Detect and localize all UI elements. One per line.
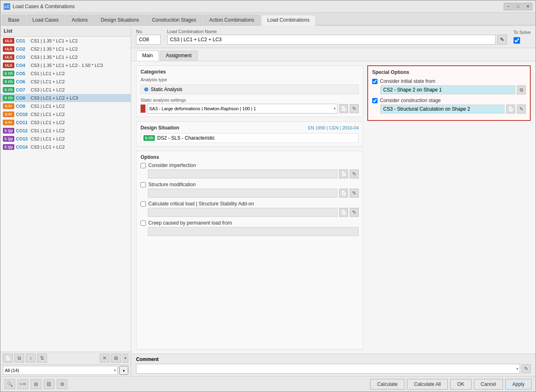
list-item[interactable]: S Qp CO14 CS3 | LC1 + LC2 [0, 143, 131, 151]
tab-load-combinations[interactable]: Load Combinations [261, 15, 315, 26]
structure-mod-checkbox[interactable] [141, 182, 146, 187]
tab-base[interactable]: Base [2, 15, 25, 25]
settings-new-button[interactable]: 📄 [339, 104, 348, 113]
critical-load-input [148, 208, 337, 217]
list-item[interactable]: S Ch CO6 CS2 | LC1 + LC2 [0, 78, 131, 86]
list-item[interactable]: S Qp CO13 CS2 | LC1 + LC2 [0, 135, 131, 143]
list-item[interactable]: S Fr CO9 CS1 | LC1 + LC2 [0, 102, 131, 110]
item-no: CO1 [16, 38, 28, 43]
badge-sop: S Qp [3, 136, 14, 142]
filter-select[interactable]: All (14) [3, 366, 118, 375]
settings-edit-button[interactable]: ✎ [350, 104, 359, 113]
dropdown-view-button[interactable]: ▼ [123, 354, 128, 363]
tab-assignment[interactable]: Assignment [160, 51, 198, 61]
minimize-button[interactable]: ─ [504, 3, 513, 10]
sort-button[interactable]: ↕ [26, 354, 36, 363]
list-item[interactable]: S Ch CO5 CS1 | LC1 + LC2 [0, 69, 131, 78]
item-no: CO3 [16, 55, 28, 60]
chevron-down-icon: ▼ [122, 369, 125, 373]
tab-action-combinations[interactable]: Action Combinations [203, 15, 260, 25]
list-item[interactable]: S Ch CO7 CS3 | LC1 + LC2 [0, 86, 131, 94]
close-button[interactable]: ✕ [523, 3, 532, 10]
list-item[interactable]: ULS CO3 CS3 | 1.35 * LC1 + LC2 [0, 53, 131, 61]
critical-load-edit-btn[interactable]: ✎ [350, 208, 359, 217]
delete-button[interactable]: ✕ [100, 354, 109, 363]
search-bottom-button[interactable]: 🔍 [4, 379, 15, 389]
calculate-all-button[interactable]: Calculate All [407, 379, 448, 390]
list-item[interactable]: S Fr CO10 CS2 | LC1 + LC2 [0, 110, 131, 118]
calc-bottom-button[interactable]: ⊞ [31, 379, 41, 389]
edit-critical-icon: ✎ [352, 209, 356, 215]
item-no: CO8 [16, 96, 28, 100]
critical-load-checkbox[interactable] [141, 201, 146, 207]
option-structure-mod-row: Structure modification [141, 182, 359, 187]
sort2-button[interactable]: ⇅ [37, 354, 47, 363]
tab-main[interactable]: Main [136, 51, 159, 61]
list-item[interactable]: ULS CO1 CS1 | 1.35 * LC1 + LC2 [0, 37, 131, 45]
special-option-initial-input-row: CS2 - Shape 2 on Shape 1 ⧉ [372, 85, 526, 94]
structure-mod-new-btn[interactable]: 📄 [339, 189, 348, 198]
creep-checkbox[interactable] [141, 220, 146, 226]
cs-copy-btn[interactable]: 📄 [506, 105, 515, 114]
settings-bottom-button[interactable]: ⚙ [57, 379, 67, 389]
name-input[interactable] [167, 35, 496, 45]
maximize-button[interactable]: □ [514, 3, 523, 10]
structure-mod-label: Structure modification [148, 182, 196, 187]
new-imperfection-icon: 📄 [341, 171, 347, 177]
view-button[interactable]: ⊞ [111, 354, 121, 363]
item-no: CO7 [16, 87, 28, 92]
initial-state-copy-btn[interactable]: ⧉ [517, 85, 526, 94]
structure-mod-edit-btn[interactable]: ✎ [350, 189, 359, 198]
tab-design-situations[interactable]: Design Situations [95, 15, 145, 25]
badge-uls: ULS [3, 54, 14, 60]
list-item[interactable]: S Fr CO11 CS3 | LC1 + LC2 [0, 118, 131, 127]
static-settings-select[interactable]: SA3 - Large deformations | Newton-Raphso… [147, 104, 337, 114]
to-solve-checkbox[interactable] [514, 37, 520, 44]
construction-stage-checkbox[interactable] [372, 98, 377, 103]
structure-mod-input [148, 189, 337, 198]
special-options-section: Special Options Consider initial state f… [367, 65, 531, 121]
list-item[interactable]: ULS CO2 CS2 | 1.35 * LC1 + LC2 [0, 45, 131, 53]
cs-edit-btn[interactable]: ✎ [517, 105, 526, 114]
tab-actions[interactable]: Actions [65, 15, 94, 25]
no-label: No. [136, 29, 161, 34]
comment-select[interactable] [136, 364, 520, 374]
item-formula: CS3 | LC1 + LC2 + LC3 [31, 96, 78, 100]
list-item[interactable]: S Qp CO12 CS1 | LC1 + LC2 [0, 127, 131, 135]
imperfection-checkbox[interactable] [141, 163, 146, 168]
calculate-button[interactable]: Calculate [370, 379, 404, 390]
list-item[interactable]: ULS CO4 CS3 | 1.35 * LC1 + LC2 - 1.50 * … [0, 61, 131, 69]
initial-state-checkbox[interactable] [372, 79, 377, 84]
number-button[interactable]: 0.00 [18, 379, 28, 389]
badge-sch: S Ch [3, 87, 14, 93]
new-item-button[interactable]: 📄 [3, 354, 13, 363]
name-row: ✎ [167, 35, 507, 45]
critical-load-new-btn[interactable]: 📄 [339, 208, 348, 217]
title-bar-controls: ─ □ ✕ [504, 3, 532, 10]
name-edit-button[interactable]: ✎ [497, 35, 507, 45]
initial-state-value: CS2 - Shape 2 on Shape 1 [383, 87, 442, 93]
to-solve-group: To Solve [514, 30, 531, 44]
cancel-button[interactable]: Cancel [474, 379, 503, 390]
no-input[interactable] [136, 35, 161, 45]
ok-button[interactable]: OK [450, 379, 471, 390]
analysis-type-value: Static Analysis [141, 85, 359, 94]
dropdown-arrow-icon: ▼ [124, 356, 127, 360]
copy-item-button[interactable]: ⧉ [14, 354, 24, 363]
imperfection-edit-btn[interactable]: ✎ [350, 169, 359, 178]
imperfection-new-btn[interactable]: 📄 [339, 169, 348, 178]
badge-sch: S Ch [3, 95, 14, 101]
badge-uls: ULS [3, 62, 14, 68]
app-icon: LC [4, 3, 10, 10]
link-button[interactable]: ⛓ [44, 379, 54, 389]
item-no: CO14 [16, 145, 28, 149]
list-item-selected[interactable]: S Ch CO8 CS3 | LC1 + LC2 + LC3 [0, 94, 131, 102]
filter-dropdown-button[interactable]: ▼ [119, 366, 128, 375]
apply-button[interactable]: Apply [505, 379, 532, 390]
ds-standard: EN 1990 | CEN | 2010-04 [308, 125, 359, 130]
tab-load-cases[interactable]: Load Cases [26, 15, 65, 25]
item-formula: CS2 | LC1 + LC2 [31, 136, 65, 141]
tab-construction-stages[interactable]: Construction Stages [146, 15, 202, 25]
comment-edit-btn[interactable]: ✎ [522, 364, 531, 373]
action-buttons: Calculate Calculate All OK Cancel Apply [370, 379, 532, 390]
